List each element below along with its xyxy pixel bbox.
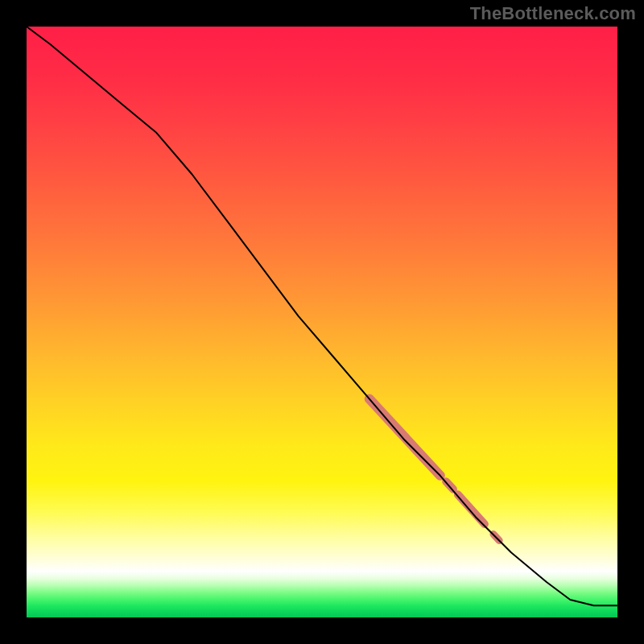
watermark-text: TheBottleneck.com bbox=[470, 3, 636, 24]
chart-stage: TheBottleneck.com bbox=[0, 0, 644, 644]
chart-overlay bbox=[27, 27, 617, 617]
plot-area bbox=[27, 27, 617, 617]
thick-segment-lower bbox=[458, 494, 485, 524]
main-curve-line bbox=[27, 27, 617, 605]
